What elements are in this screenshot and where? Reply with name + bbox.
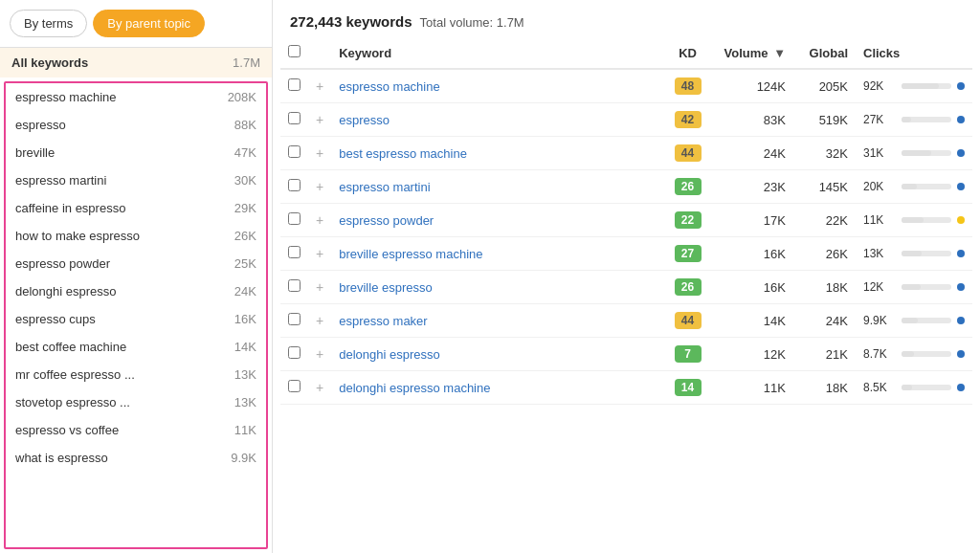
sidebar-item[interactable]: delonghi espresso24K [6, 277, 266, 305]
add-keyword-button[interactable]: + [316, 145, 323, 161]
row-checkbox[interactable] [288, 279, 301, 292]
main-content: 272,443 keywords Total volume: 1.7M Keyw… [273, 0, 980, 553]
kd-badge: 22 [675, 211, 702, 229]
sidebar-keyword-volume: 13K [234, 367, 256, 382]
sidebar-item[interactable]: breville47K [6, 139, 266, 166]
sidebar-item[interactable]: espresso vs coffee11K [6, 416, 266, 444]
tab-by-parent-topic[interactable]: By parent topic [93, 10, 205, 37]
row-checkbox[interactable] [288, 246, 301, 258]
add-keyword-button[interactable]: + [316, 380, 323, 395]
add-keyword-button[interactable]: + [316, 246, 323, 261]
traffic-bar [902, 217, 951, 223]
traffic-bar [902, 83, 951, 89]
add-keyword-button[interactable]: + [316, 112, 323, 127]
sidebar-keyword-volume: 29K [234, 201, 256, 215]
add-keyword-button[interactable]: + [316, 179, 323, 194]
add-keyword-button[interactable]: + [316, 346, 323, 362]
sidebar-keyword-volume: 208K [228, 90, 256, 104]
add-keyword-button[interactable]: + [316, 279, 323, 295]
sidebar-keyword-volume: 13K [234, 395, 256, 409]
clicks-cell: 8.5K [856, 371, 972, 405]
volume-cell: 83K [717, 103, 793, 137]
sidebar-item[interactable]: what is espresso9.9K [6, 444, 266, 472]
clicks-cell: 11K [856, 204, 972, 237]
total-volume: Total volume: 1.7M [420, 15, 524, 30]
keywords-table: Keyword KD Volume ▼ Global Clicks + espr… [280, 37, 972, 405]
sidebar-item[interactable]: espresso88K [6, 111, 266, 139]
sidebar-item[interactable]: espresso martini30K [6, 166, 266, 194]
keyword-link[interactable]: delonghi espresso machine [339, 381, 490, 395]
global-cell: 519K [793, 103, 856, 137]
traffic-dot [957, 149, 965, 157]
keyword-link[interactable]: espresso powder [339, 213, 434, 228]
row-checkbox[interactable] [288, 112, 301, 124]
col-volume[interactable]: Volume ▼ [717, 37, 793, 69]
add-keyword-button[interactable]: + [316, 212, 323, 228]
sidebar-keyword-volume: 88K [234, 118, 256, 132]
sidebar-item[interactable]: caffeine in espresso29K [6, 194, 266, 222]
sidebar: By terms By parent topic All keywords 1.… [0, 0, 273, 553]
clicks-value: 11K [863, 213, 898, 227]
traffic-dot [957, 317, 965, 324]
tab-by-terms[interactable]: By terms [10, 10, 87, 37]
clicks-value: 27K [863, 113, 898, 126]
sort-arrow-icon: ▼ [773, 46, 786, 60]
add-keyword-button[interactable]: + [316, 78, 323, 94]
sidebar-item[interactable]: how to make espresso26K [6, 222, 266, 250]
table-row: + breville espresso 26 16K 18K 12K [280, 271, 972, 304]
keyword-link[interactable]: espresso maker [339, 314, 427, 328]
global-cell: 21K [793, 338, 856, 371]
volume-cell: 17K [717, 204, 793, 237]
row-checkbox[interactable] [288, 179, 301, 191]
clicks-cell: 12K [856, 271, 972, 304]
sidebar-item[interactable]: espresso machine208K [6, 83, 266, 111]
sidebar-keyword-volume: 24K [234, 284, 256, 299]
kd-badge: 14 [675, 379, 702, 396]
kd-badge: 48 [675, 77, 702, 95]
clicks-value: 20K [863, 180, 898, 193]
sidebar-item[interactable]: espresso powder25K [6, 250, 266, 277]
clicks-cell: 92K [856, 69, 972, 103]
keyword-link[interactable]: espresso [339, 113, 390, 127]
sidebar-item[interactable]: espresso cups16K [6, 305, 266, 333]
sidebar-keyword-volume: 26K [234, 229, 256, 243]
keyword-link[interactable]: espresso martini [339, 180, 430, 194]
traffic-bar [902, 150, 951, 156]
keyword-link[interactable]: delonghi espresso [339, 347, 440, 362]
clicks-value: 12K [863, 280, 898, 294]
sidebar-keyword-volume: 47K [234, 145, 256, 160]
all-keywords-volume: 1.7M [233, 55, 260, 70]
global-cell: 205K [793, 69, 856, 103]
col-keyword: Keyword [331, 37, 658, 69]
table-row: + espresso machine 48 124K 205K 92K [280, 69, 972, 103]
select-all-checkbox[interactable] [288, 45, 301, 57]
sidebar-item[interactable]: mr coffee espresso ...13K [6, 361, 266, 388]
global-cell: 145K [793, 170, 856, 204]
volume-cell: 23K [717, 170, 793, 204]
sidebar-keyword-name: espresso machine [15, 90, 117, 104]
global-cell: 24K [793, 304, 856, 338]
keyword-link[interactable]: best espresso machine [339, 146, 467, 161]
row-checkbox[interactable] [288, 212, 301, 225]
row-checkbox[interactable] [288, 313, 301, 325]
traffic-dot [957, 350, 965, 358]
add-keyword-button[interactable]: + [316, 313, 323, 328]
sidebar-keyword-name: breville [15, 145, 55, 160]
row-checkbox[interactable] [288, 145, 301, 158]
table-row: + espresso maker 44 14K 24K 9.9K [280, 304, 972, 338]
sidebar-item[interactable]: best coffee machine14K [6, 333, 266, 361]
keyword-link[interactable]: breville espresso machine [339, 247, 482, 261]
row-checkbox[interactable] [288, 78, 301, 91]
main-header: 272,443 keywords Total volume: 1.7M [273, 0, 980, 30]
clicks-value: 31K [863, 146, 898, 160]
row-checkbox[interactable] [288, 346, 301, 359]
col-clicks: Clicks [856, 37, 972, 69]
volume-cell: 16K [717, 271, 793, 304]
all-keywords-label: All keywords [11, 55, 88, 70]
kd-badge: 26 [675, 178, 702, 195]
row-checkbox[interactable] [288, 380, 301, 392]
all-keywords-row[interactable]: All keywords 1.7M [0, 48, 272, 77]
keyword-link[interactable]: breville espresso [339, 280, 433, 295]
keyword-link[interactable]: espresso machine [339, 79, 440, 94]
sidebar-item[interactable]: stovetop espresso ...13K [6, 388, 266, 416]
